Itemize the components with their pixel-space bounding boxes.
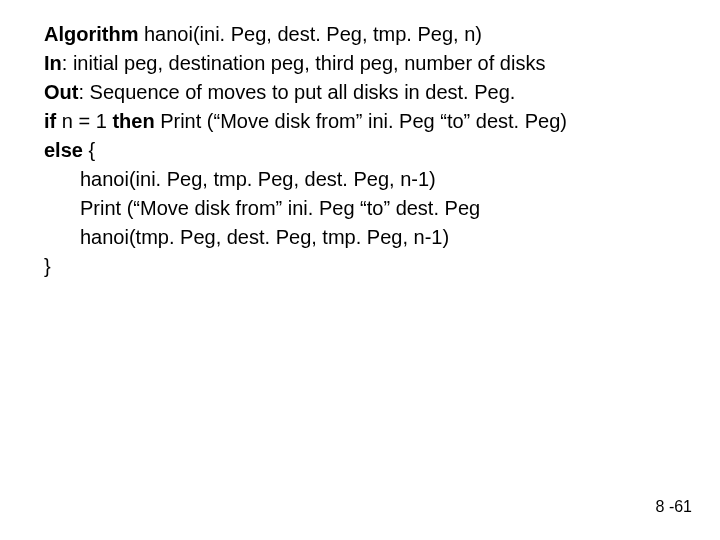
algo-out-line: Out: Sequence of moves to put all disks … [44,78,720,107]
out-desc: : Sequence of moves to put all disks in … [78,81,515,103]
page-number: 8 -61 [656,498,692,516]
algo-in-line: In: initial peg, destination peg, third … [44,49,720,78]
kw-algorithm: Algorithm [44,23,138,45]
in-desc: : initial peg, destination peg, third pe… [62,52,546,74]
kw-else: else [44,139,83,161]
algo-else-line: else { [44,136,720,165]
else-brace: { [83,139,95,161]
kw-in: In [44,52,62,74]
algo-signature-line: Algorithm hanoi(ini. Peg, dest. Peg, tmp… [44,20,720,49]
kw-if: if [44,110,56,132]
algo-body-line-3: hanoi(tmp. Peg, dest. Peg, tmp. Peg, n-1… [44,223,720,252]
algorithm-block: Algorithm hanoi(ini. Peg, dest. Peg, tmp… [44,20,720,281]
if-cond: n = 1 [56,110,112,132]
algo-body-line-1: hanoi(ini. Peg, tmp. Peg, dest. Peg, n-1… [44,165,720,194]
algo-if-line: if n = 1 then Print (“Move disk from” in… [44,107,720,136]
algo-signature: hanoi(ini. Peg, dest. Peg, tmp. Peg, n) [138,23,482,45]
algo-close-brace: } [44,252,720,281]
algo-body-line-2: Print (“Move disk from” ini. Peg “to” de… [44,194,720,223]
then-body: Print (“Move disk from” ini. Peg “to” de… [155,110,567,132]
kw-out: Out [44,81,78,103]
kw-then: then [112,110,154,132]
